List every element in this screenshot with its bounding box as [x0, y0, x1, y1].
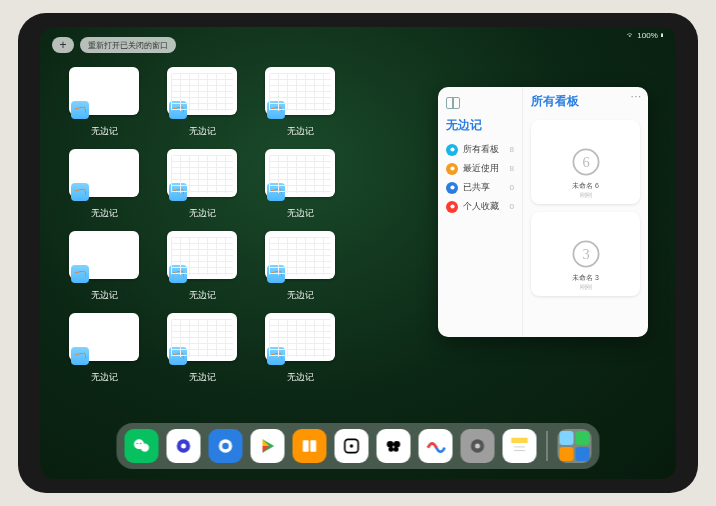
- dock-app-settings[interactable]: [461, 429, 495, 463]
- dock-app-quark[interactable]: [167, 429, 201, 463]
- category-icon: [446, 163, 458, 175]
- sidebar-item-count: 0: [510, 183, 514, 192]
- app-thumbnail: [69, 231, 139, 279]
- board-sketch: 6: [568, 144, 604, 180]
- sidebar-item[interactable]: 所有看板8: [444, 140, 516, 159]
- svg-point-1: [450, 166, 454, 170]
- dock-app-books[interactable]: [293, 429, 327, 463]
- category-icon: [446, 201, 458, 213]
- app-label: 无边记: [189, 125, 216, 138]
- app-label: 无边记: [287, 125, 314, 138]
- app-label: 无边记: [189, 371, 216, 384]
- boards-heading: 所有看板: [531, 93, 640, 110]
- dock-app-qqbrowser[interactable]: [209, 429, 243, 463]
- freeform-app-icon: [169, 183, 187, 201]
- svg-point-11: [140, 443, 142, 445]
- freeform-app-icon: [169, 101, 187, 119]
- freeform-app-icon: [267, 347, 285, 365]
- svg-point-0: [450, 147, 454, 151]
- app-thumbnail: [69, 313, 139, 361]
- dock-recent-apps[interactable]: [558, 429, 592, 463]
- freeform-app-icon: [71, 347, 89, 365]
- app-switcher-tile[interactable]: 无边记: [64, 231, 144, 311]
- freeform-app-icon: [169, 347, 187, 365]
- svg-point-9: [141, 444, 149, 452]
- app-label: 无边记: [91, 207, 118, 220]
- app-switcher-tile[interactable]: 无边记: [64, 67, 144, 147]
- freeform-app-icon: [267, 265, 285, 283]
- home-screen: ᯤ 100% ▮ + 重新打开已关闭的窗口 无边记无边记无边记无边记无边记无边记…: [40, 27, 676, 479]
- app-thumbnail: [167, 149, 237, 197]
- category-icon: [446, 182, 458, 194]
- dock-app-dice[interactable]: [335, 429, 369, 463]
- app-label: 无边记: [189, 207, 216, 220]
- app-switcher-tile[interactable]: 无边记: [260, 67, 340, 147]
- app-switcher-tile[interactable]: 无边记: [260, 231, 340, 311]
- svg-point-26: [394, 447, 399, 452]
- svg-point-2: [450, 185, 454, 189]
- freeform-app-icon: [71, 183, 89, 201]
- sidebar-item[interactable]: 个人收藏0: [444, 197, 516, 216]
- svg-point-25: [389, 447, 394, 452]
- freeform-app-icon: [267, 101, 285, 119]
- dock-app-freeform[interactable]: [419, 429, 453, 463]
- board-name: 未命名 6刚刚: [531, 181, 640, 200]
- dock-app-butterfly[interactable]: [377, 429, 411, 463]
- dock-app-notes[interactable]: [503, 429, 537, 463]
- reopen-closed-window-chip[interactable]: 重新打开已关闭的窗口: [80, 37, 176, 53]
- status-bar: ᯤ 100% ▮: [627, 31, 664, 40]
- svg-text:6: 6: [582, 154, 589, 170]
- svg-point-3: [450, 204, 454, 208]
- board-card[interactable]: 3未命名 3刚刚: [531, 212, 640, 296]
- board-name: 未命名 3刚刚: [531, 273, 640, 292]
- app-label: 无边记: [91, 371, 118, 384]
- freeform-sidebar: 无边记 所有看板8最近使用8已共享0个人收藏0: [438, 87, 522, 337]
- sidebar-item[interactable]: 最近使用8: [444, 159, 516, 178]
- freeform-app-icon: [169, 265, 187, 283]
- app-switcher-tile[interactable]: 无边记: [162, 313, 242, 393]
- app-switcher-grid: 无边记无边记无边记无边记无边记无边记无边记无边记无边记无边记无边记无边记: [64, 67, 438, 393]
- app-label: 无边记: [287, 207, 314, 220]
- freeform-app-window[interactable]: ··· 无边记 所有看板8最近使用8已共享0个人收藏0 所有看板 6未命名 6刚…: [438, 87, 648, 337]
- board-card[interactable]: 6未命名 6刚刚: [531, 120, 640, 204]
- app-switcher-tile[interactable]: 无边记: [64, 149, 144, 229]
- battery-icon: ▮: [658, 31, 664, 40]
- sidebar-toggle-icon[interactable]: [446, 97, 460, 109]
- svg-point-23: [387, 441, 394, 448]
- dock-app-wechat[interactable]: [125, 429, 159, 463]
- sidebar-title: 无边记: [446, 117, 516, 134]
- freeform-app-icon: [71, 265, 89, 283]
- app-switcher-tile[interactable]: 无边记: [162, 231, 242, 311]
- sidebar-item-count: 8: [510, 145, 514, 154]
- freeform-boards-panel: 所有看板 6未命名 6刚刚3未命名 3刚刚: [522, 87, 648, 337]
- app-switcher-tile[interactable]: 无边记: [64, 313, 144, 393]
- app-switcher-tile[interactable]: 无边记: [260, 149, 340, 229]
- svg-point-10: [137, 443, 139, 445]
- svg-point-13: [181, 444, 186, 449]
- sidebar-item[interactable]: 已共享0: [444, 178, 516, 197]
- freeform-app-icon: [267, 183, 285, 201]
- app-switcher-tile[interactable]: 无边记: [260, 313, 340, 393]
- svg-rect-19: [303, 440, 309, 452]
- app-thumbnail: [69, 149, 139, 197]
- more-icon[interactable]: ···: [631, 91, 642, 102]
- dock-separator: [547, 431, 548, 461]
- app-switcher-tile[interactable]: 无边记: [162, 67, 242, 147]
- sidebar-item-count: 0: [510, 202, 514, 211]
- battery-text: 100%: [637, 31, 657, 40]
- app-thumbnail: [167, 67, 237, 115]
- app-thumbnail: [265, 67, 335, 115]
- ipad-frame: ᯤ 100% ▮ + 重新打开已关闭的窗口 无边记无边记无边记无边记无边记无边记…: [18, 13, 698, 493]
- add-button[interactable]: +: [52, 37, 74, 53]
- category-icon: [446, 144, 458, 156]
- app-switcher-tile[interactable]: 无边记: [162, 149, 242, 229]
- app-thumbnail: [167, 231, 237, 279]
- app-label: 无边记: [91, 125, 118, 138]
- dock: [117, 423, 600, 469]
- app-label: 无边记: [287, 371, 314, 384]
- app-label: 无边记: [189, 289, 216, 302]
- dock-app-play[interactable]: [251, 429, 285, 463]
- app-thumbnail: [265, 313, 335, 361]
- app-switcher-topbar: + 重新打开已关闭的窗口: [52, 37, 176, 53]
- wifi-icon: ᯤ: [627, 31, 637, 40]
